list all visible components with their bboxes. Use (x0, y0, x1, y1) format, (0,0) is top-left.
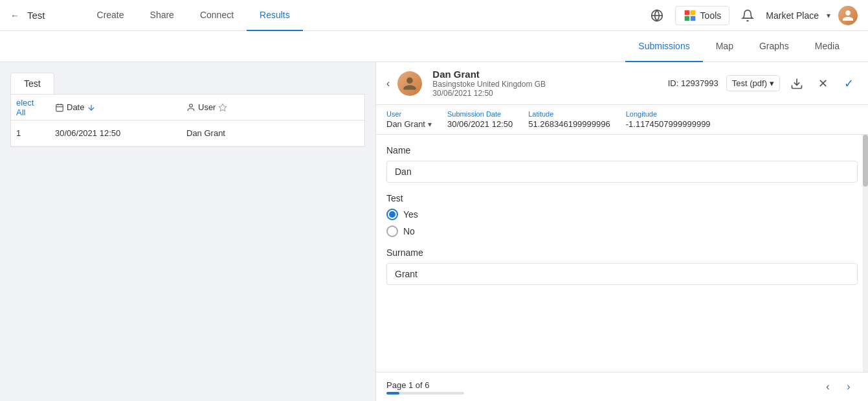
test-tab-bar: Test (10, 73, 365, 94)
main-content: Test elect All Date (0, 62, 868, 401)
detail-user-name: Dan Grant (432, 69, 546, 80)
row-num: 1 (11, 128, 50, 138)
submission-date-label: Submission Date (447, 110, 513, 118)
tab-share[interactable]: Share (137, 0, 187, 31)
detail-id: ID: 12937993 (668, 78, 718, 88)
tab-graphs[interactable]: Graphs (746, 31, 802, 62)
select-all[interactable]: elect All (11, 98, 50, 117)
test-radio-group: Yes No (386, 209, 858, 237)
tools-label: Tools (700, 10, 722, 21)
scrollbar[interactable] (863, 135, 868, 372)
table-header: elect All Date (11, 95, 364, 120)
tab-create[interactable]: Create (84, 0, 137, 31)
info-submission-date-field: Submission Date 30/06/2021 12:50 (447, 110, 513, 129)
svg-rect-6 (56, 104, 63, 111)
user-dropdown-icon[interactable]: ▾ (428, 120, 432, 129)
svg-rect-2 (684, 10, 689, 15)
marketplace-label[interactable]: Market Place (766, 10, 819, 21)
scrollbar-thumb[interactable] (863, 135, 868, 187)
second-nav-tabs: Submissions Map Graphs Media (625, 31, 852, 62)
back-arrow-icon: ← (10, 10, 19, 21)
surname-field-label: Surname (386, 247, 858, 258)
user-avatar[interactable] (838, 6, 858, 25)
test-field-label: Test (386, 193, 858, 203)
progress-bar-wrapper (386, 392, 464, 395)
detail-submission-date: 30/06/2021 12:50 (432, 89, 546, 98)
detail-panel: ‹ Dan Grant Basingstoke United Kingdom G… (375, 62, 868, 401)
info-longitude-field: Longitude -1.1174507999999999 (626, 110, 711, 129)
tab-connect[interactable]: Connect (187, 0, 247, 31)
longitude-label: Longitude (626, 110, 711, 118)
table-row[interactable]: 1 30/06/2021 12:50 Dan Grant (11, 120, 364, 146)
tab-media[interactable]: Media (802, 31, 852, 62)
svg-rect-3 (690, 10, 695, 15)
user-select-wrapper: Dan Grant ▾ (386, 119, 432, 129)
pdf-dropdown-icon: ▾ (770, 78, 774, 88)
tab-map[interactable]: Map (703, 31, 746, 62)
th-date[interactable]: Date (50, 102, 181, 112)
test-tab[interactable]: Test (10, 73, 54, 94)
svg-rect-4 (684, 16, 689, 21)
nav-tabs: Create Share Connect Results (84, 0, 303, 31)
second-nav: Submissions Map Graphs Media (0, 31, 868, 62)
tab-results[interactable]: Results (247, 0, 303, 31)
detail-check-button[interactable]: ✓ (840, 74, 858, 93)
detail-pdf-button[interactable]: Test (pdf) ▾ (726, 75, 780, 91)
radio-no-label: No (403, 226, 415, 236)
detail-header: ‹ Dan Grant Basingstoke United Kingdom G… (376, 62, 868, 105)
nav-arrows: ‹ › (819, 378, 858, 396)
radio-yes[interactable]: Yes (386, 209, 858, 220)
detail-close-button[interactable]: ✕ (814, 74, 832, 93)
back-button[interactable]: ← (10, 10, 19, 21)
prev-page-button[interactable]: ‹ (819, 378, 837, 396)
globe-icon[interactable] (647, 5, 667, 26)
name-field-label: Name (386, 145, 858, 155)
detail-avatar (397, 71, 422, 96)
detail-meta: Dan Grant Basingstoke United Kingdom GB … (432, 69, 546, 98)
svg-rect-5 (690, 16, 695, 21)
latitude-label: Latitude (528, 110, 610, 118)
progress-bar-fill (386, 392, 399, 395)
submission-date-value: 30/06/2021 12:50 (447, 119, 513, 129)
radio-yes-label: Yes (403, 209, 418, 220)
radio-yes-circle (386, 209, 398, 220)
detail-download-button[interactable] (788, 74, 806, 93)
surname-field-value[interactable]: Grant (386, 263, 858, 285)
th-user[interactable]: User (181, 102, 313, 112)
row-user: Dan Grant (181, 128, 313, 138)
info-user-field: User Dan Grant ▾ (386, 110, 432, 129)
form-footer: Page 1 of 6 ‹ › (376, 372, 868, 401)
data-table: elect All Date (10, 94, 365, 147)
detail-back-button[interactable]: ‹ (386, 78, 390, 89)
tools-button[interactable]: Tools (675, 6, 730, 25)
left-panel: Test elect All Date (0, 62, 375, 401)
latitude-value: 51.268346199999996 (528, 119, 610, 129)
marketplace-dropdown-icon[interactable]: ▾ (827, 11, 830, 20)
longitude-value: -1.1174507999999999 (626, 119, 711, 129)
detail-location: Basingstoke United Kingdom GB (432, 80, 546, 89)
form-content: Name Dan Test Yes No Surname Grant (376, 135, 868, 372)
next-page-button[interactable]: › (840, 378, 858, 396)
top-nav: ← Test Create Share Connect Results (0, 0, 868, 31)
page-indicator: Page 1 of 6 (386, 380, 430, 390)
radio-no-circle (386, 225, 398, 237)
pagination-info: Page 1 of 6 (386, 379, 464, 395)
tab-submissions[interactable]: Submissions (625, 31, 702, 62)
info-latitude-field: Latitude 51.268346199999996 (528, 110, 610, 129)
nav-right: Tools Market Place ▾ (647, 5, 858, 26)
info-bar: User Dan Grant ▾ Submission Date 30/06/2… (376, 105, 868, 135)
user-label: User (386, 110, 432, 118)
bell-icon[interactable] (737, 5, 758, 26)
user-value: Dan Grant (386, 119, 425, 129)
svg-point-11 (190, 104, 193, 107)
svg-marker-12 (219, 104, 227, 111)
nav-title: Test (27, 10, 45, 21)
name-field-value[interactable]: Dan (386, 161, 858, 183)
row-date: 30/06/2021 12:50 (50, 128, 181, 138)
radio-no[interactable]: No (386, 225, 858, 237)
